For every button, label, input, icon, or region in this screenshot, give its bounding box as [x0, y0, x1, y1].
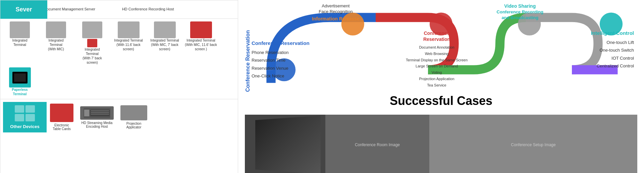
device-icon-1 [10, 21, 30, 38]
device-integrated-11back: Integrated Terminal(With 11.6' backscree… [112, 21, 145, 51]
other-device-encoding: HD Streaming MediaEncoding Host [80, 106, 114, 128]
face-recognition-label: Face Recognition [312, 9, 360, 14]
conf-reservation-title: Conference Reservation [252, 40, 310, 46]
other-device-label-3: ProjectionApplicator [126, 122, 141, 129]
center-item-3: Terminal Display on the Same Screen [406, 57, 468, 63]
conf-recording-label: Conference Recordingand Broadcasting [497, 9, 543, 21]
conf-reservation-vertical: Conference Reservation [245, 30, 251, 92]
device-label-2: IntegratedTerminal(With MIC) [48, 38, 64, 51]
device-label-4: Integrated Terminal(With 11.6' backscree… [114, 38, 143, 51]
image-placeholder-3: Conference Setup Image [429, 115, 637, 173]
left-item-1: Phone Reservation [252, 49, 310, 56]
left-item-2: Reservation Time [252, 56, 310, 64]
device-integrated-7back: IntegratedTerminal(With 7' backscreen) [75, 21, 109, 65]
center-conf-label: ConferenceReservation [406, 30, 468, 42]
device-integrated-terminal: IntegratedTerminal [3, 21, 37, 47]
center-item-1: Document Annotation [406, 44, 468, 51]
other-device-label-1: ElectronicTable Cards [53, 123, 70, 131]
center-item-5: Voting [406, 69, 468, 76]
other-devices-icon-1 [15, 105, 24, 113]
top-item-2: HD Conference Recording Host [122, 7, 174, 12]
device-label-5: Integrated Terminal(With MIC, 7' backscr… [150, 38, 179, 51]
center-conf-area: ConferenceReservation Document Annotatio… [406, 30, 468, 88]
center-item-6: Projection Application [406, 76, 468, 82]
other-device-projection: ProjectionApplicator [120, 105, 147, 129]
right-control-area: Intelligent Control One-touch Lift One-t… [591, 30, 634, 70]
left-items-list: Phone Reservation Reservation Time Reser… [252, 49, 310, 80]
left-conf-items: Conference Reservation Phone Reservation… [252, 40, 310, 80]
advertisement-label: Advertisement [312, 3, 360, 8]
info-release-label: Information Releasse [312, 16, 360, 21]
center-item-2: Web Browsing [406, 51, 468, 57]
device-label-6: Integrated Terminal(With MIC, 11.6' back… [185, 38, 217, 51]
main-container: Sever Intelligent Conference Document Ma… [0, 0, 644, 173]
other-device-table-cards: ElectronicTable Cards [50, 104, 73, 131]
other-device-label-2: HD Streaming MediaEncoding Host [82, 121, 113, 128]
right-item-4: Centralized Control [591, 62, 634, 70]
device-integrated-terminal-mic: IntegratedTerminal(With MIC) [39, 21, 73, 51]
device-label-7: PaperlessTerminal [12, 88, 28, 96]
other-devices-items: ElectronicTable Cards [50, 102, 147, 132]
other-devices-icon-3 [15, 114, 24, 121]
diagram-area: Conference Reservation Conference Reserv… [245, 3, 637, 87]
intelligent-control-label: Intelligent Control [591, 30, 634, 36]
top-right-area: Video Sharing Conference Recordingand Br… [497, 3, 543, 21]
video-sharing-label: Video Sharing [497, 3, 543, 9]
left-panel: Sever Intelligent Conference Document Ma… [0, 0, 238, 173]
left-item-3: Reservation Venue [252, 64, 310, 72]
other-devices-label: Other Devices [10, 124, 39, 129]
left-item-4: One-Click Notice [252, 72, 310, 80]
other-devices-box: Other Devices [3, 102, 47, 132]
top-center-area: Advertisement Face Recognition Informati… [312, 3, 360, 21]
center-item-4: Large Screen on Demand [406, 63, 468, 69]
successful-cases-title: Successful Cases [245, 87, 637, 115]
device-icon-2 [46, 21, 66, 38]
images-section: Conference Room Image Conference Setup I… [245, 115, 637, 173]
right-panel: Conference Reservation Conference Reserv… [238, 0, 644, 173]
device-label-1: IntegratedTerminal [12, 38, 27, 47]
center-item-7: Tea Service [406, 82, 468, 89]
right-item-1: One-touch Lift [591, 39, 634, 46]
other-devices-icon-2 [25, 105, 35, 113]
server-label: Sever [0, 0, 47, 19]
image-placeholder-2: Conference Room Image [325, 115, 429, 173]
device-integrated-mic-11back: Integrated Terminal(With MIC, 11.6' back… [184, 21, 218, 51]
right-items-list: One-touch Lift One-touch Switch IOT Cont… [591, 39, 634, 70]
right-item-2: One-touch Switch [591, 46, 634, 54]
device-paperless-terminal: PaperlessTerminal [3, 67, 37, 96]
device-integrated-mic-7back: Integrated Terminal(With MIC, 7' backscr… [148, 21, 181, 51]
image-placeholder-1 [245, 115, 325, 173]
device-label-3: IntegratedTerminal(With 7' backscreen) [83, 47, 102, 65]
center-items: Document Annotation Web Browsing Termina… [406, 44, 468, 88]
other-devices-icon-4 [25, 114, 35, 121]
right-item-3: IOT Control [591, 54, 634, 62]
